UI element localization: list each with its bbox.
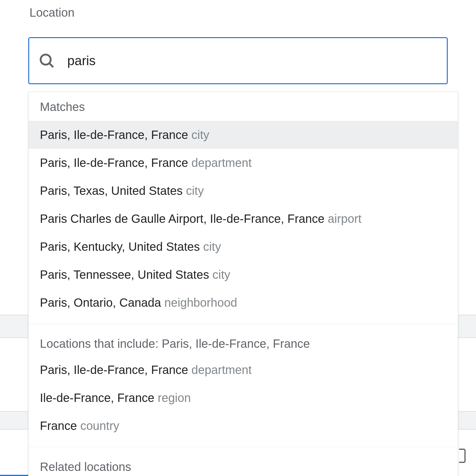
location-option-name: Paris Charles de Gaulle Airport, Ile-de-… — [40, 212, 324, 225]
location-option-name: Ile-de-France, France — [40, 391, 154, 404]
location-option-type: neighborhood — [164, 296, 237, 309]
related-section-header: Related locations — [29, 447, 458, 476]
location-option-type: city — [203, 240, 221, 253]
location-option-type: city — [186, 184, 204, 197]
location-option[interactable]: Paris, Ontario, Canada neighborhood — [29, 289, 458, 317]
location-option-type: region — [158, 391, 191, 404]
partial-element-edge — [459, 449, 466, 463]
svg-point-0 — [40, 54, 51, 65]
search-icon — [38, 52, 55, 69]
location-option-type: department — [191, 363, 252, 376]
location-option[interactable]: Paris, Ile-de-France, France department — [29, 356, 458, 384]
location-option[interactable]: France country — [29, 412, 458, 440]
location-option-type: city — [213, 268, 230, 281]
location-option-type: city — [191, 128, 209, 141]
location-option-name: Paris, Ile-de-France, France — [40, 363, 188, 376]
location-option-name: Paris, Ontario, Canada — [40, 296, 161, 309]
includes-section-header: Locations that include: Paris, Ile-de-Fr… — [29, 324, 458, 356]
location-option[interactable]: Paris, Ile-de-France, France city — [29, 121, 458, 149]
location-option[interactable]: Paris, Tennessee, United States city — [29, 261, 458, 289]
location-option[interactable]: Paris Charles de Gaulle Airport, Ile-de-… — [29, 205, 458, 233]
location-field-label: Location — [29, 6, 448, 19]
location-option-name: Paris, Tennessee, United States — [40, 268, 209, 281]
includes-list: Paris, Ile-de-France, France departmentI… — [29, 356, 458, 440]
matches-list: Paris, Ile-de-France, France cityParis, … — [29, 121, 458, 317]
location-option-name: Paris, Ile-de-France, France — [40, 128, 188, 141]
location-option-name: France — [40, 419, 77, 432]
location-option[interactable]: Paris, Texas, United States city — [29, 177, 458, 205]
location-option[interactable]: Ile-de-France, France region — [29, 384, 458, 412]
location-option-name: Paris, Texas, United States — [40, 184, 183, 197]
matches-section-header: Matches — [29, 92, 458, 121]
location-option[interactable]: Paris, Kentucky, United States city — [29, 233, 458, 261]
location-option-type: department — [191, 156, 252, 169]
location-option-type: country — [80, 419, 119, 432]
svg-line-1 — [49, 63, 53, 67]
location-option-name: Paris, Kentucky, United States — [40, 240, 200, 253]
location-search-input[interactable] — [67, 53, 438, 68]
location-dropdown: Matches Paris, Ile-de-France, France cit… — [28, 92, 458, 476]
location-search-box[interactable] — [28, 37, 448, 84]
location-option-type: airport — [328, 212, 361, 225]
location-option[interactable]: Paris, Ile-de-France, France department — [29, 149, 458, 177]
location-option-name: Paris, Ile-de-France, France — [40, 156, 188, 169]
